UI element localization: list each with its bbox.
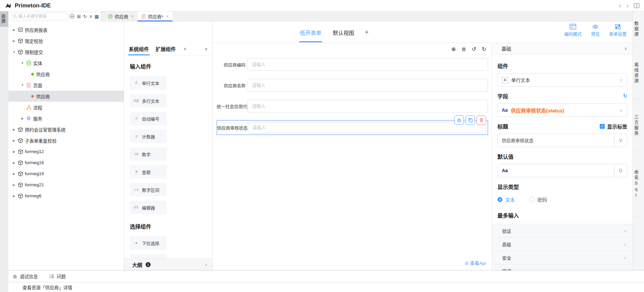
tree-item-project[interactable]: ▶ formeg6 [8, 190, 124, 201]
tree-item-project[interactable]: ▶ 预约会议室管理系统 [8, 124, 124, 135]
display-type-password-option[interactable]: 密码 [530, 196, 547, 203]
display-type-text-option[interactable]: 文本 [497, 196, 515, 203]
resources-rail-tab[interactable]: 资源 [0, 11, 8, 27]
nav-forward-icon[interactable]: › [627, 2, 629, 9]
chevron-right-icon[interactable]: ▶ [21, 117, 24, 120]
palette-collapse-icon[interactable]: ∨ [205, 47, 208, 51]
field-select[interactable]: Aa 供应商审核状态(status) ∨ [497, 103, 627, 117]
ai-assistant-icon[interactable]: AI [69, 14, 74, 19]
tree-item-project[interactable]: ▶ formeg16 [8, 157, 124, 168]
undo-icon[interactable]: ↺ [472, 47, 476, 52]
component-editor[interactable]: A✎编辑器 [130, 201, 167, 214]
outline-footer[interactable]: 大纲 i › [124, 258, 212, 270]
refresh-field-icon[interactable]: ↻ [623, 93, 627, 99]
show-label-checkbox[interactable]: ✓ [600, 124, 605, 129]
field-settings-button[interactable]: ⚙ [454, 115, 464, 125]
component-tree-dropdown[interactable]: ⋔树形下拉 [130, 254, 167, 258]
layout-toggle-icon[interactable] [634, 3, 639, 8]
field-copy-button[interactable] [466, 115, 475, 125]
chevron-right-icon[interactable]: ▶ [12, 39, 16, 43]
nav-back-icon[interactable]: ‹ [619, 2, 621, 9]
chevron-right-icon[interactable]: ▶ [12, 139, 16, 142]
doc-tab-entity[interactable]: 供应商 × [104, 11, 138, 21]
component-auto-number[interactable]: #自动编号 [130, 112, 167, 125]
section-style[interactable]: 样式 › [492, 264, 633, 271]
tree-item-project[interactable]: ▶ 限定校验 [8, 35, 124, 46]
tree-item-project[interactable]: ▶ formeg12 [8, 146, 124, 157]
chevron-right-icon[interactable]: ▶ [12, 183, 16, 187]
outline-tree-icon[interactable]: ≣ [462, 47, 466, 52]
preview-button[interactable]: 预览 [591, 24, 600, 37]
debug-info-button[interactable]: 调试信息 [12, 273, 38, 280]
chevron-right-icon[interactable]: ▶ [12, 161, 16, 164]
rail-tab-third-party-services[interactable]: 三方服务 [633, 99, 639, 152]
tree-item-flow[interactable]: 流程 [8, 102, 124, 113]
tree-item-project[interactable]: ▼ 限制提交 [8, 46, 124, 57]
section-validation[interactable]: 验证 › [492, 224, 633, 237]
tree-item-report[interactable]: ▶ 供应商报表 [8, 24, 124, 35]
title-variable-button[interactable]: V [614, 134, 627, 147]
sort-icon[interactable]: ≡ [90, 14, 92, 19]
component-single-line-text[interactable]: A单行文本 [130, 76, 167, 90]
problems-button[interactable]: 问题 [49, 273, 66, 280]
chevron-right-icon[interactable]: ▶ [12, 28, 16, 32]
new-resource-icon[interactable]: ⊞ [77, 14, 81, 19]
title-input[interactable] [498, 134, 614, 147]
tab-system-components[interactable]: 系统组件 [127, 43, 150, 55]
add-view-icon[interactable]: + [365, 29, 369, 36]
component-dropdown[interactable]: ▾下拉选择 [130, 236, 167, 250]
close-tab-icon[interactable]: × [131, 14, 134, 19]
close-tab-icon[interactable]: × [166, 14, 169, 19]
code-mode-button[interactable]: 编码模式 [564, 24, 582, 37]
rail-tab-datasource[interactable]: 数据源 [633, 11, 639, 47]
tree-item-page-supplier-selected[interactable]: 供应商 [8, 91, 124, 102]
default-value-input[interactable] [498, 164, 614, 177]
tab-lowcode-form[interactable]: 低开表单 [299, 22, 322, 42]
tree-item-project[interactable]: ▶ formeg21 [8, 179, 124, 190]
section-security[interactable]: 安全 › [492, 251, 633, 264]
chevron-right-icon[interactable]: › [205, 262, 207, 267]
doc-tab-page[interactable]: 供应商* × [138, 11, 172, 21]
form-field-supplier-code[interactable]: 供应商编码 [217, 58, 488, 71]
view-api-link[interactable]: ◎ 查看Api [465, 259, 486, 266]
field-delete-button[interactable] [477, 115, 486, 125]
tree-item-project[interactable]: ▶ 子表单重复校验 [8, 135, 124, 146]
chevron-right-icon[interactable]: ▶ [12, 172, 16, 176]
section-advanced[interactable]: 高级 › [492, 237, 633, 251]
rail-tab-named-sql[interactable]: 命名Sql [633, 152, 639, 217]
field-input[interactable] [248, 79, 488, 92]
table-view-icon[interactable]: ▦ [95, 14, 99, 19]
chevron-down-icon[interactable]: ▼ [21, 84, 24, 87]
palette-menu-icon[interactable]: ≡ [184, 47, 186, 51]
default-dynamic-button[interactable]: D [614, 164, 627, 177]
field-input[interactable] [248, 122, 485, 133]
chevron-right-icon[interactable]: ▶ [12, 150, 16, 153]
chevron-down-icon[interactable]: ∨ [624, 46, 627, 51]
tree-item-entity-folder[interactable]: ▼ 实体 [8, 57, 124, 68]
tree-item-project[interactable]: ▶ formeg19 [8, 168, 124, 179]
component-amount[interactable]: ¥金额 [130, 165, 167, 179]
rail-tab-offline-resources[interactable]: 离线资源 [633, 47, 639, 99]
tree-item-service[interactable]: ▶ ⚙ 服务 [8, 113, 124, 124]
field-input[interactable] [248, 100, 488, 112]
form-settings-button[interactable]: 表单设置 [609, 24, 627, 37]
tree-item-page-folder[interactable]: ▼ 页面 [8, 80, 124, 91]
redo-icon[interactable]: ↻ [482, 47, 486, 52]
form-field-audit-status-selected[interactable]: 供应商审核状态 ⚙ [217, 120, 488, 135]
chevron-right-icon[interactable]: ▶ [12, 194, 16, 198]
chevron-down-icon[interactable]: ▼ [12, 50, 16, 54]
refresh-icon[interactable]: ↻ [83, 14, 87, 19]
component-multi-line-text[interactable]: A≣多行文本 [130, 94, 167, 107]
component-number[interactable]: 123数字 [130, 147, 167, 161]
tab-extended-components[interactable]: 扩展组件 [154, 43, 177, 55]
tree-item-entity-supplier[interactable]: 供应商 [8, 68, 124, 80]
field-input[interactable] [248, 58, 488, 71]
chevron-down-icon[interactable]: ▼ [21, 61, 24, 65]
form-field-credit-code[interactable]: 统一社会信用代码 [217, 99, 488, 113]
inspector-header-basic[interactable]: 基础 ∨ [492, 43, 633, 54]
globe-icon[interactable]: ⊕ [451, 47, 455, 52]
chevron-right-icon[interactable]: ▶ [12, 128, 16, 131]
component-select[interactable]: A 单行文本 ∨ [497, 73, 627, 87]
component-counter[interactable]: ±计数器 [130, 130, 167, 143]
search-input[interactable] [18, 14, 65, 19]
